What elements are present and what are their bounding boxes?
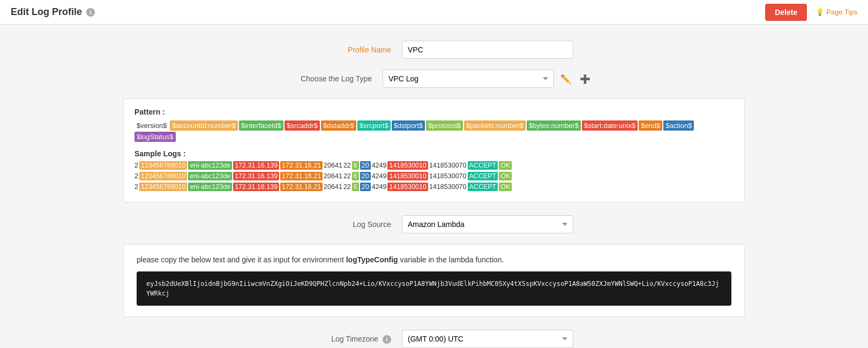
timezone-info-icon[interactable]: i [383, 335, 391, 344]
page-tips-label: Page Tips [826, 8, 857, 16]
sample-line-3: 2 123456789010 eni-abc123de 172.31.16.13… [134, 183, 734, 191]
lambda-code-block: eyJsb2dUeXBlIjoidnBjbG9nIiiwcmVnZXgiOiJe… [137, 271, 731, 306]
token-dstaddr: $dstaddr$ [321, 120, 356, 131]
token-packets: $packets:number$ [464, 120, 526, 131]
token-srcaddr: $srcaddr$ [285, 120, 320, 131]
token-action: $action$ [663, 120, 694, 131]
lambda-desc-bold: logTypeConfig [346, 255, 398, 264]
token-srcport: $srcport$ [357, 120, 391, 131]
pattern-section: Pattern : $version$ $accountId:number$ $… [123, 99, 745, 202]
token-dstport: $dstport$ [392, 120, 425, 131]
top-bar-right: Delete 💡 Page Tips [765, 4, 857, 21]
log-timezone-row: Log Timezone i (GMT 0:00) UTC [123, 330, 745, 348]
lambda-description: please copy the below text and give it a… [137, 255, 731, 264]
log-type-select[interactable]: VPC Log [383, 70, 554, 88]
token-interfaceid: $interfaceId$ [239, 120, 283, 131]
lightbulb-icon: 💡 [815, 8, 824, 16]
log-type-edit-icon[interactable]: ✏️ [558, 72, 573, 86]
log-source-wrapper: Amazon Lambda [402, 215, 573, 233]
main-content: Profile Name Choose the Log Type VPC Log… [113, 25, 755, 348]
token-end: $end$ [639, 120, 662, 131]
profile-name-input[interactable] [402, 41, 573, 59]
top-bar: Edit Log Profile i Delete 💡 Page Tips [0, 0, 868, 25]
pattern-tokens: $version$ $accountId:number$ $interfaceI… [134, 120, 734, 142]
sample-line-2: 2 123456789010 eni-abc123de 172.31.16.13… [134, 172, 734, 180]
page-tips-link[interactable]: 💡 Page Tips [815, 8, 857, 16]
token-logstatus: $logStatus$ [134, 132, 176, 142]
token-bytes: $bytes:number$ [527, 120, 581, 131]
log-type-label: Choose the Log Type [275, 74, 383, 83]
page-title: Edit Log Profile [11, 6, 82, 18]
page-title-info-icon[interactable]: i [86, 8, 95, 17]
profile-name-label: Profile Name [295, 46, 402, 54]
sample-label: Sample Logs : [134, 149, 734, 158]
top-bar-left: Edit Log Profile i [11, 6, 95, 18]
log-timezone-select[interactable]: (GMT 0:00) UTC [402, 330, 573, 348]
token-accountid: $accountId:number$ [170, 120, 238, 131]
log-timezone-label: Log Timezone i [295, 335, 402, 344]
log-type-wrapper: VPC Log ✏️ ➕ [383, 70, 593, 88]
token-start: $start:date:unix$ [582, 120, 638, 131]
log-timezone-wrapper: (GMT 0:00) UTC [402, 330, 573, 348]
log-type-row: Choose the Log Type VPC Log ✏️ ➕ [123, 70, 745, 88]
log-source-row: Log Source Amazon Lambda [123, 215, 745, 233]
profile-name-row: Profile Name [123, 41, 745, 59]
token-version: $version$ [134, 120, 169, 131]
sample-line-1: 2 123456789010 eni-abc123de 172.31.16.13… [134, 161, 734, 170]
log-source-label: Log Source [295, 220, 402, 229]
pattern-label: Pattern : [134, 108, 734, 116]
delete-button[interactable]: Delete [765, 4, 807, 21]
token-protocol: $protocol$ [426, 120, 463, 131]
log-source-select[interactable]: Amazon Lambda [402, 215, 573, 233]
log-type-add-icon[interactable]: ➕ [578, 72, 593, 86]
lambda-desc-pre: please copy the below text and give it a… [137, 255, 346, 264]
lambda-desc-post: variable in the lambda function. [398, 255, 504, 264]
lambda-section: please copy the below text and give it a… [123, 244, 745, 317]
